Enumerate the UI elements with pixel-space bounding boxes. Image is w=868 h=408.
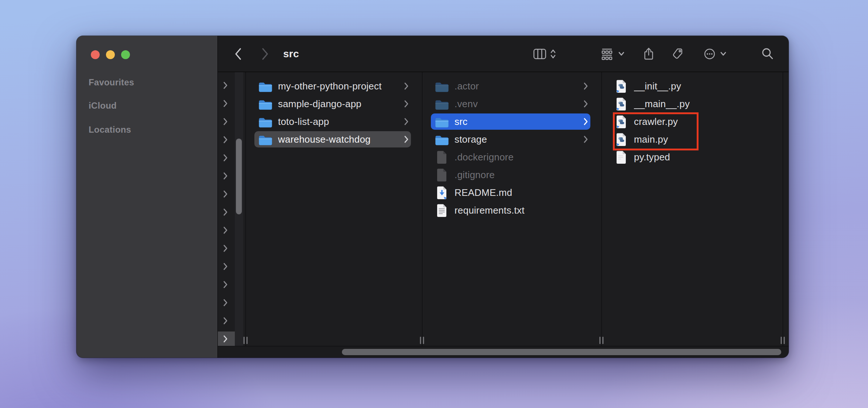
share-button[interactable] bbox=[642, 36, 655, 72]
file-row[interactable]: py.typed bbox=[610, 149, 772, 165]
item-label: __init__.py bbox=[634, 81, 772, 92]
item-label: requirements.txt bbox=[454, 205, 590, 216]
column-resize-handle[interactable] bbox=[600, 337, 604, 344]
chevron-right-icon bbox=[218, 81, 228, 91]
window-main: src bbox=[218, 36, 789, 358]
item-label: toto-list-app bbox=[278, 116, 404, 127]
view-options-button[interactable] bbox=[600, 36, 614, 72]
file-row[interactable]: __init__.py bbox=[610, 78, 772, 94]
chevron-right-icon bbox=[583, 82, 588, 90]
doc-python-icon bbox=[614, 97, 629, 111]
folder-row[interactable]: storage bbox=[431, 131, 590, 147]
folder-row[interactable]: .venv bbox=[431, 96, 590, 112]
minimize-button[interactable] bbox=[106, 50, 115, 59]
file-row[interactable]: requirements.txt bbox=[431, 202, 590, 218]
item-label: .gitignore bbox=[454, 169, 590, 181]
zoom-button[interactable] bbox=[121, 50, 130, 59]
chevron-right-icon bbox=[218, 136, 228, 145]
column-divider[interactable] bbox=[601, 72, 602, 346]
forward-button[interactable] bbox=[260, 36, 271, 72]
chevron-right-icon bbox=[218, 335, 228, 344]
finder-column-src-contents: __init__.py __main__.py crawler.py main.… bbox=[602, 72, 783, 346]
view-options-dropdown[interactable] bbox=[617, 36, 625, 72]
chevron-right-icon bbox=[218, 244, 228, 254]
search-button[interactable] bbox=[761, 36, 774, 72]
window-title: src bbox=[283, 36, 299, 72]
folder-row[interactable]: .actor bbox=[431, 78, 590, 94]
item-label: main.py bbox=[634, 134, 772, 145]
folder-icon bbox=[434, 81, 450, 92]
item-label: my-other-python-project bbox=[278, 81, 404, 92]
folder-icon bbox=[434, 134, 450, 145]
column-resize-handle[interactable] bbox=[244, 337, 248, 344]
chevron-right-icon bbox=[218, 118, 228, 127]
folder-row[interactable]: src bbox=[431, 113, 590, 130]
column-view-button[interactable] bbox=[532, 36, 547, 72]
file-row[interactable]: README.md bbox=[431, 184, 590, 201]
sidebar-section-favourites[interactable]: Favourites bbox=[89, 77, 134, 88]
chevron-right-icon bbox=[218, 208, 228, 218]
folder-row[interactable]: my-other-python-project bbox=[254, 78, 411, 94]
close-button[interactable] bbox=[91, 50, 100, 59]
chevron-right-icon bbox=[218, 262, 228, 272]
horizontal-scrollbar[interactable] bbox=[218, 346, 789, 358]
chevron-right-icon bbox=[218, 190, 228, 200]
file-row[interactable]: __main__.py bbox=[610, 96, 772, 112]
sort-chevrons-icon bbox=[550, 47, 556, 61]
item-label: py.typed bbox=[634, 152, 772, 163]
doc-markdown-icon bbox=[434, 186, 450, 200]
chevron-right-icon bbox=[583, 135, 588, 143]
doc-plain-icon bbox=[434, 150, 450, 164]
sidebar-section-icloud[interactable]: iCloud bbox=[89, 101, 117, 111]
doc-blank-icon bbox=[614, 150, 629, 164]
more-actions-button[interactable] bbox=[703, 36, 716, 72]
column-resize-handle[interactable] bbox=[420, 337, 424, 344]
item-label: crawler.py bbox=[634, 116, 772, 127]
tag-icon bbox=[671, 47, 685, 61]
folder-icon bbox=[434, 116, 450, 127]
item-label: warehouse-watchdog bbox=[278, 134, 404, 145]
vertical-scrollbar-thumb[interactable] bbox=[236, 139, 242, 214]
file-row[interactable]: main.py bbox=[610, 131, 772, 147]
chevron-down-icon bbox=[720, 51, 727, 57]
folder-row[interactable]: sample-django-app bbox=[254, 96, 411, 112]
content-area: my-other-python-project sample-django-ap… bbox=[218, 72, 789, 358]
item-label: storage bbox=[454, 134, 583, 145]
back-button[interactable] bbox=[233, 36, 244, 72]
window-sidebar: Favourites iCloud Locations bbox=[76, 36, 218, 358]
folder-row[interactable]: warehouse-watchdog bbox=[254, 131, 411, 147]
column-divider[interactable] bbox=[422, 72, 422, 346]
doc-python-icon bbox=[614, 133, 629, 146]
tags-button[interactable] bbox=[671, 36, 685, 72]
item-label: __main__.py bbox=[634, 98, 772, 110]
group-grid-icon bbox=[600, 47, 614, 61]
folder-icon bbox=[258, 116, 273, 127]
more-actions-dropdown[interactable] bbox=[719, 36, 727, 72]
column-resize-handle[interactable] bbox=[781, 337, 785, 344]
file-row[interactable]: crawler.py bbox=[610, 113, 772, 130]
search-icon bbox=[761, 47, 773, 61]
column-divider[interactable] bbox=[783, 72, 783, 346]
folder-icon bbox=[258, 81, 273, 92]
folder-row[interactable]: toto-list-app bbox=[254, 113, 411, 130]
chevron-right-icon bbox=[218, 280, 228, 290]
finder-column-warehouse-watchdog-contents: .actor .venv src storage .dockerignore .… bbox=[422, 72, 601, 346]
column-divider[interactable] bbox=[246, 72, 246, 346]
file-row[interactable]: .dockerignore bbox=[431, 149, 590, 165]
chevron-right-icon bbox=[218, 317, 228, 326]
chevron-right-icon bbox=[583, 100, 588, 108]
item-label: README.md bbox=[454, 187, 590, 198]
item-label: .dockerignore bbox=[454, 152, 590, 163]
file-row[interactable]: .gitignore bbox=[431, 167, 590, 183]
finder-column-projects: my-other-python-project sample-django-ap… bbox=[246, 72, 422, 346]
chevron-right-icon bbox=[218, 299, 228, 308]
column-view-sort-button[interactable] bbox=[549, 36, 557, 72]
doc-python-icon bbox=[614, 115, 629, 129]
item-label: sample-django-app bbox=[278, 98, 404, 110]
horizontal-scrollbar-thumb[interactable] bbox=[342, 349, 781, 355]
doc-python-icon bbox=[614, 79, 629, 93]
sidebar-section-locations[interactable]: Locations bbox=[89, 125, 131, 135]
chevron-right-icon bbox=[218, 172, 228, 181]
finder-window: Favourites iCloud Locations src bbox=[76, 36, 789, 358]
desktop: { "window": { "title": "src" }, "sidebar… bbox=[0, 0, 868, 408]
